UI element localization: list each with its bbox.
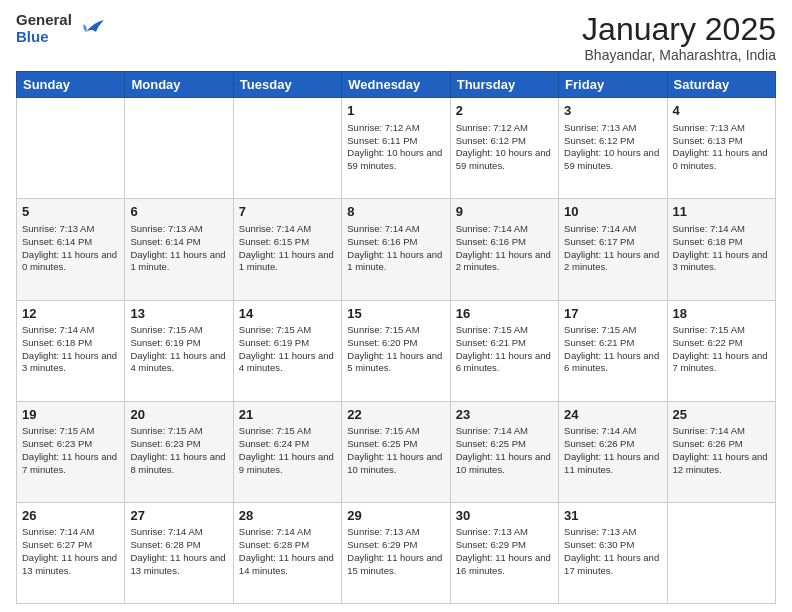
cell-sunrise: Sunrise: 7:13 AM: [347, 526, 419, 537]
cell-day-number: 7: [239, 203, 336, 221]
cell-sunset: Sunset: 6:19 PM: [130, 337, 200, 348]
table-row: 20Sunrise: 7:15 AMSunset: 6:23 PMDayligh…: [125, 401, 233, 502]
cell-day-number: 2: [456, 102, 553, 120]
cell-day-number: 30: [456, 507, 553, 525]
logo-blue: Blue: [16, 29, 72, 46]
table-row: 2Sunrise: 7:12 AMSunset: 6:12 PMDaylight…: [450, 98, 558, 199]
logo-general: General: [16, 12, 72, 29]
cell-sunset: Sunset: 6:23 PM: [22, 438, 92, 449]
cell-daylight: Daylight: 11 hours and 3 minutes.: [673, 249, 768, 273]
cell-sunrise: Sunrise: 7:14 AM: [130, 526, 202, 537]
cell-day-number: 20: [130, 406, 227, 424]
cell-day-number: 31: [564, 507, 661, 525]
col-monday: Monday: [125, 72, 233, 98]
table-row: 18Sunrise: 7:15 AMSunset: 6:22 PMDayligh…: [667, 300, 775, 401]
table-row: 28Sunrise: 7:14 AMSunset: 6:28 PMDayligh…: [233, 502, 341, 603]
cell-sunset: Sunset: 6:29 PM: [347, 539, 417, 550]
cell-sunset: Sunset: 6:25 PM: [456, 438, 526, 449]
cell-daylight: Daylight: 11 hours and 0 minutes.: [673, 147, 768, 171]
cell-sunrise: Sunrise: 7:12 AM: [456, 122, 528, 133]
cell-sunset: Sunset: 6:13 PM: [673, 135, 743, 146]
calendar-table: Sunday Monday Tuesday Wednesday Thursday…: [16, 71, 776, 604]
cell-sunrise: Sunrise: 7:14 AM: [239, 223, 311, 234]
cell-sunrise: Sunrise: 7:15 AM: [130, 324, 202, 335]
table-row: 22Sunrise: 7:15 AMSunset: 6:25 PMDayligh…: [342, 401, 450, 502]
cell-day-number: 22: [347, 406, 444, 424]
cell-sunset: Sunset: 6:28 PM: [239, 539, 309, 550]
calendar-week-row: 1Sunrise: 7:12 AMSunset: 6:11 PMDaylight…: [17, 98, 776, 199]
cell-daylight: Daylight: 10 hours and 59 minutes.: [347, 147, 442, 171]
cell-daylight: Daylight: 11 hours and 1 minute.: [130, 249, 225, 273]
table-row: 30Sunrise: 7:13 AMSunset: 6:29 PMDayligh…: [450, 502, 558, 603]
cell-sunset: Sunset: 6:30 PM: [564, 539, 634, 550]
cell-daylight: Daylight: 11 hours and 7 minutes.: [673, 350, 768, 374]
cell-sunset: Sunset: 6:26 PM: [564, 438, 634, 449]
col-friday: Friday: [559, 72, 667, 98]
cell-day-number: 12: [22, 305, 119, 323]
cell-sunrise: Sunrise: 7:15 AM: [130, 425, 202, 436]
table-row: [125, 98, 233, 199]
cell-daylight: Daylight: 11 hours and 2 minutes.: [456, 249, 551, 273]
cell-daylight: Daylight: 11 hours and 2 minutes.: [564, 249, 659, 273]
cell-day-number: 1: [347, 102, 444, 120]
col-wednesday: Wednesday: [342, 72, 450, 98]
table-row: 16Sunrise: 7:15 AMSunset: 6:21 PMDayligh…: [450, 300, 558, 401]
cell-sunset: Sunset: 6:18 PM: [22, 337, 92, 348]
cell-day-number: 15: [347, 305, 444, 323]
cell-sunset: Sunset: 6:12 PM: [564, 135, 634, 146]
table-row: [667, 502, 775, 603]
cell-daylight: Daylight: 11 hours and 1 minute.: [239, 249, 334, 273]
calendar-week-row: 26Sunrise: 7:14 AMSunset: 6:27 PMDayligh…: [17, 502, 776, 603]
cell-daylight: Daylight: 11 hours and 15 minutes.: [347, 552, 442, 576]
cell-sunset: Sunset: 6:25 PM: [347, 438, 417, 449]
cell-day-number: 11: [673, 203, 770, 221]
cell-daylight: Daylight: 11 hours and 1 minute.: [347, 249, 442, 273]
table-row: 12Sunrise: 7:14 AMSunset: 6:18 PMDayligh…: [17, 300, 125, 401]
cell-sunrise: Sunrise: 7:14 AM: [564, 425, 636, 436]
cell-daylight: Daylight: 11 hours and 4 minutes.: [239, 350, 334, 374]
cell-day-number: 16: [456, 305, 553, 323]
cell-day-number: 23: [456, 406, 553, 424]
cell-day-number: 19: [22, 406, 119, 424]
table-row: 24Sunrise: 7:14 AMSunset: 6:26 PMDayligh…: [559, 401, 667, 502]
cell-sunset: Sunset: 6:17 PM: [564, 236, 634, 247]
col-saturday: Saturday: [667, 72, 775, 98]
calendar-body: 1Sunrise: 7:12 AMSunset: 6:11 PMDaylight…: [17, 98, 776, 604]
cell-daylight: Daylight: 11 hours and 13 minutes.: [22, 552, 117, 576]
table-row: 27Sunrise: 7:14 AMSunset: 6:28 PMDayligh…: [125, 502, 233, 603]
cell-sunrise: Sunrise: 7:15 AM: [673, 324, 745, 335]
cell-sunset: Sunset: 6:16 PM: [347, 236, 417, 247]
cell-daylight: Daylight: 11 hours and 5 minutes.: [347, 350, 442, 374]
cell-sunset: Sunset: 6:21 PM: [564, 337, 634, 348]
title-block: January 2025 Bhayandar, Maharashtra, Ind…: [582, 12, 776, 63]
cell-daylight: Daylight: 11 hours and 6 minutes.: [564, 350, 659, 374]
calendar-week-row: 5Sunrise: 7:13 AMSunset: 6:14 PMDaylight…: [17, 199, 776, 300]
cell-sunset: Sunset: 6:18 PM: [673, 236, 743, 247]
table-row: 13Sunrise: 7:15 AMSunset: 6:19 PMDayligh…: [125, 300, 233, 401]
cell-daylight: Daylight: 11 hours and 17 minutes.: [564, 552, 659, 576]
cell-day-number: 5: [22, 203, 119, 221]
table-row: 11Sunrise: 7:14 AMSunset: 6:18 PMDayligh…: [667, 199, 775, 300]
calendar-week-row: 12Sunrise: 7:14 AMSunset: 6:18 PMDayligh…: [17, 300, 776, 401]
cell-sunrise: Sunrise: 7:15 AM: [239, 425, 311, 436]
cell-daylight: Daylight: 11 hours and 10 minutes.: [347, 451, 442, 475]
cell-daylight: Daylight: 11 hours and 0 minutes.: [22, 249, 117, 273]
cell-sunset: Sunset: 6:19 PM: [239, 337, 309, 348]
cell-sunrise: Sunrise: 7:14 AM: [239, 526, 311, 537]
cell-day-number: 3: [564, 102, 661, 120]
cell-sunrise: Sunrise: 7:13 AM: [130, 223, 202, 234]
table-row: 15Sunrise: 7:15 AMSunset: 6:20 PMDayligh…: [342, 300, 450, 401]
cell-day-number: 25: [673, 406, 770, 424]
col-tuesday: Tuesday: [233, 72, 341, 98]
table-row: 31Sunrise: 7:13 AMSunset: 6:30 PMDayligh…: [559, 502, 667, 603]
cell-day-number: 17: [564, 305, 661, 323]
cell-sunrise: Sunrise: 7:14 AM: [456, 223, 528, 234]
cell-sunset: Sunset: 6:24 PM: [239, 438, 309, 449]
cell-daylight: Daylight: 11 hours and 8 minutes.: [130, 451, 225, 475]
cell-sunrise: Sunrise: 7:13 AM: [564, 526, 636, 537]
cell-sunset: Sunset: 6:14 PM: [22, 236, 92, 247]
cell-sunset: Sunset: 6:22 PM: [673, 337, 743, 348]
cell-day-number: 29: [347, 507, 444, 525]
cell-sunrise: Sunrise: 7:15 AM: [456, 324, 528, 335]
table-row: 4Sunrise: 7:13 AMSunset: 6:13 PMDaylight…: [667, 98, 775, 199]
